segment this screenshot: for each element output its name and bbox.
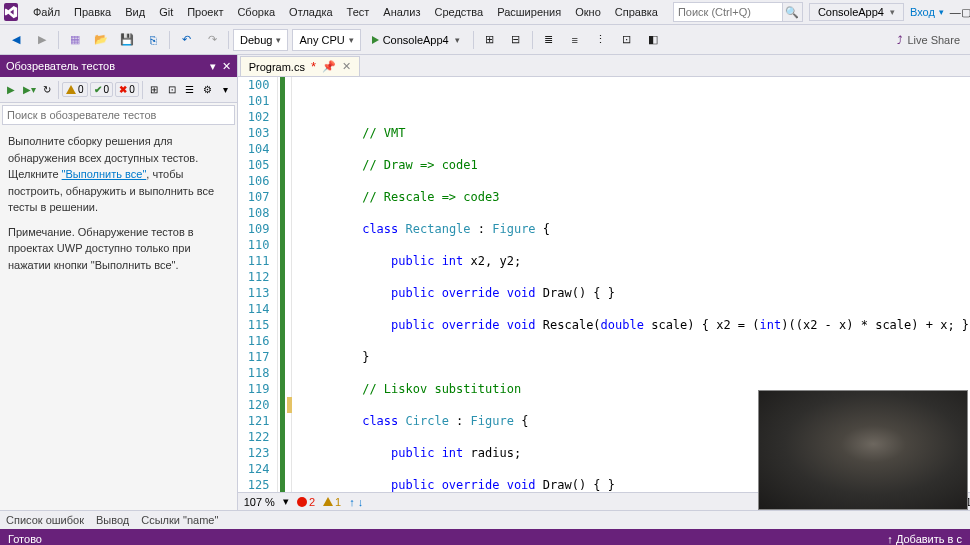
toolbar-icon-7[interactable]: ◧ xyxy=(641,29,665,51)
test-explorer-title-label: Обозреватель тестов xyxy=(6,60,115,72)
menu-tools[interactable]: Средства xyxy=(427,4,490,20)
test-view-icon-2[interactable]: ⊡ xyxy=(163,80,181,100)
run-target-label: ConsoleApp4 xyxy=(383,34,449,46)
search-button-icon[interactable]: 🔍 xyxy=(783,2,803,22)
test-explorer-content: Выполните сборку решения для обнаружения… xyxy=(0,127,237,510)
tab-pin-icon[interactable]: 📌 xyxy=(322,60,336,73)
status-bar: Готово ↑ Добавить в с xyxy=(0,529,970,545)
menu-test[interactable]: Тест xyxy=(340,4,377,20)
tests-warn-badge[interactable]: 0 xyxy=(62,82,88,97)
menu-git[interactable]: Git xyxy=(152,4,180,20)
platform-dropdown[interactable]: Any CPU xyxy=(292,29,360,51)
repeat-tests-icon[interactable]: ↻ xyxy=(38,80,56,100)
menu-view[interactable]: Вид xyxy=(118,4,152,20)
toolbar-icon-5[interactable]: ⋮ xyxy=(589,29,613,51)
live-share-button[interactable]: ⤴Live Share xyxy=(891,34,966,46)
toolbar-icon-1[interactable]: ⊞ xyxy=(478,29,502,51)
menu-edit[interactable]: Правка xyxy=(67,4,118,20)
undo-icon[interactable]: ↶ xyxy=(174,29,198,51)
nav-back-icon[interactable]: ◀ xyxy=(4,29,28,51)
menu-bar: Файл Правка Вид Git Проект Сборка Отладк… xyxy=(0,0,970,25)
tab-error-list[interactable]: Список ошибок xyxy=(6,514,84,526)
sign-in-label: Вход xyxy=(910,6,935,18)
redo-icon[interactable]: ↷ xyxy=(200,29,224,51)
new-project-icon[interactable]: ▦ xyxy=(63,29,87,51)
panel-close-icon[interactable]: ✕ xyxy=(222,60,231,73)
issues-nav-icon[interactable]: ↑ ↓ xyxy=(349,496,363,508)
quick-search: 🔍 xyxy=(673,2,803,22)
error-count[interactable]: 2 xyxy=(297,496,315,508)
test-settings-icon[interactable]: ⚙ xyxy=(199,80,217,100)
save-icon[interactable]: 💾 xyxy=(115,29,139,51)
test-view-icon-1[interactable]: ⊞ xyxy=(145,80,163,100)
webcam-overlay xyxy=(758,390,968,510)
test-explorer-title: Обозреватель тестов ▾ ✕ xyxy=(0,55,237,77)
menu-debug[interactable]: Отладка xyxy=(282,4,339,20)
test-more-icon[interactable]: ▾ xyxy=(217,80,235,100)
tab-output[interactable]: Вывод xyxy=(96,514,129,526)
menu-extensions[interactable]: Расширения xyxy=(490,4,568,20)
toolbar-icon-3[interactable]: ≣ xyxy=(537,29,561,51)
main-toolbar: ◀ ▶ ▦ 📂 💾 ⎘ ↶ ↷ Debug Any CPU ConsoleApp… xyxy=(0,25,970,55)
warning-count[interactable]: 1 xyxy=(323,496,341,508)
tab-close-icon[interactable]: ✕ xyxy=(342,60,351,73)
tests-fail-badge[interactable]: ✖0 xyxy=(115,82,139,97)
bottom-tabs: Список ошибок Вывод Ссылки "name" xyxy=(0,510,970,529)
menu-help[interactable]: Справка xyxy=(608,4,665,20)
menu-window[interactable]: Окно xyxy=(568,4,608,20)
panel-dropdown-icon[interactable]: ▾ xyxy=(210,60,216,73)
tab-label: Program.cs xyxy=(249,61,305,73)
live-share-label: Live Share xyxy=(907,34,960,46)
line-number-gutter: 1001011021031041051061071081091101111121… xyxy=(238,77,279,492)
tab-references[interactable]: Ссылки "name" xyxy=(141,514,218,526)
run-all-link[interactable]: "Выполнить все" xyxy=(62,168,147,180)
test-explorer-note: Примечание. Обнаружение тестов в проекта… xyxy=(8,224,229,274)
test-view-icon-3[interactable]: ☰ xyxy=(181,80,199,100)
save-all-icon[interactable]: ⎘ xyxy=(141,29,165,51)
status-ready: Готово xyxy=(8,533,42,545)
vs-logo-icon xyxy=(4,3,18,21)
maximize-button[interactable]: ▢ xyxy=(961,2,970,22)
menu-project[interactable]: Проект xyxy=(180,4,230,20)
sign-in-link[interactable]: Вход xyxy=(904,6,950,18)
toolbar-icon-4[interactable]: ≡ xyxy=(563,29,587,51)
tab-program-cs[interactable]: Program.cs* 📌 ✕ xyxy=(240,56,360,76)
test-search xyxy=(2,105,235,125)
search-input[interactable] xyxy=(673,2,783,22)
startup-project-dropdown[interactable]: ConsoleApp4 xyxy=(809,3,904,21)
test-search-input[interactable] xyxy=(2,105,235,125)
menu-analyze[interactable]: Анализ xyxy=(376,4,427,20)
toolbar-icon-2[interactable]: ⊟ xyxy=(504,29,528,51)
open-file-icon[interactable]: 📂 xyxy=(89,29,113,51)
status-add-to-source[interactable]: ↑ Добавить в с xyxy=(887,533,962,545)
run-all-tests-icon[interactable]: ▶ xyxy=(2,80,20,100)
run-tests-icon[interactable]: ▶▾ xyxy=(20,80,38,100)
toolbar-icon-6[interactable]: ⊡ xyxy=(615,29,639,51)
config-dropdown[interactable]: Debug xyxy=(233,29,288,51)
nav-forward-icon[interactable]: ▶ xyxy=(30,29,54,51)
tests-pass-badge[interactable]: ✔0 xyxy=(90,82,114,97)
test-explorer-panel: Обозреватель тестов ▾ ✕ ▶ ▶▾ ↻ 0 ✔0 ✖0 ⊞… xyxy=(0,55,238,510)
menu-build[interactable]: Сборка xyxy=(230,4,282,20)
start-debug-button[interactable]: ConsoleApp4 xyxy=(363,29,469,51)
menu-file[interactable]: Файл xyxy=(26,4,67,20)
editor-tab-bar: Program.cs* 📌 ✕ ▾ xyxy=(238,55,970,77)
minimize-button[interactable]: — xyxy=(950,2,961,22)
zoom-level[interactable]: 107 % xyxy=(244,496,275,508)
test-explorer-toolbar: ▶ ▶▾ ↻ 0 ✔0 ✖0 ⊞ ⊡ ☰ ⚙ ▾ xyxy=(0,77,237,103)
change-margin xyxy=(278,77,292,492)
